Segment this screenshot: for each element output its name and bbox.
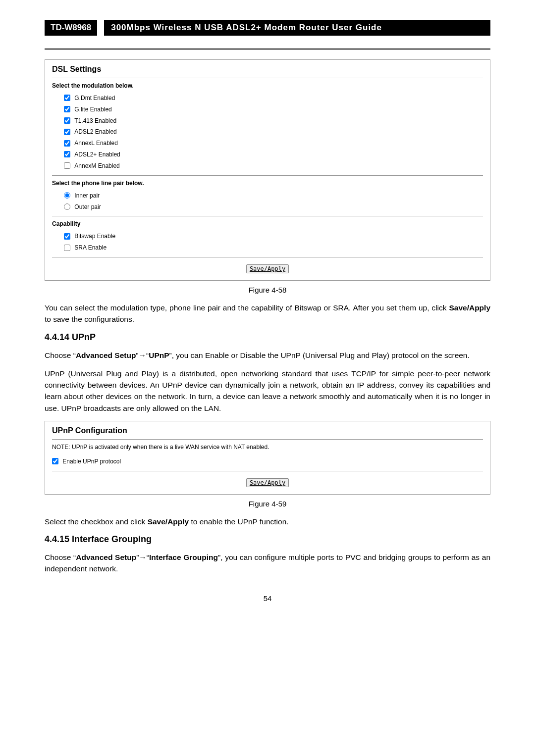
mod-t1413-checkbox[interactable] (64, 117, 70, 124)
phone-heading: Select the phone line pair below. (52, 180, 483, 187)
mod-adsl2-checkbox[interactable] (64, 129, 70, 135)
iface-choose-a: Choose “ (45, 553, 76, 561)
iface-choose-bold2: Interface Grouping (149, 553, 218, 561)
heading-upnp: 4.4.14 UPnP (45, 332, 490, 343)
divider (52, 439, 483, 440)
mod-annexm-checkbox[interactable] (64, 162, 70, 169)
para-after-459-b: to enable the UPnP function. (189, 517, 288, 526)
para-after-458: You can select the modulation type, phon… (45, 302, 490, 325)
mod-adsl2p-checkbox[interactable] (64, 151, 70, 157)
divider (52, 471, 483, 471)
mod-glite-label: G.lite Enabled (74, 106, 111, 113)
upnp-note: NOTE: UPnP is activated only when there … (52, 444, 483, 451)
mod-t1413-row: T1.413 Enabled (52, 115, 483, 126)
iface-choose-mid: ”→“ (136, 553, 149, 561)
phone-inner-radio[interactable] (64, 192, 70, 199)
mod-adsl2-row: ADSL2 Enabled (52, 126, 483, 137)
phone-inner-label: Inner pair (74, 192, 100, 199)
upnp-choose-mid: ”→“ (136, 351, 149, 359)
cap-bitswap-checkbox[interactable] (64, 233, 70, 240)
mod-glite-row: G.lite Enabled (52, 103, 483, 115)
mod-gdmt-row: G.Dmt Enabled (52, 92, 483, 103)
para-after-458-bold: Save/Apply (449, 303, 490, 312)
para-after-459: Select the checkbox and click Save/Apply… (45, 516, 490, 527)
mod-annexm-row: AnnexM Enabled (52, 160, 483, 171)
mod-annexl-row: AnnexL Enabled (52, 137, 483, 149)
upnp-enable-checkbox[interactable] (52, 458, 58, 464)
mod-glite-checkbox[interactable] (64, 106, 70, 112)
mod-adsl2p-row: ADSL2+ Enabled (52, 149, 483, 160)
divider (52, 216, 483, 216)
upnp-panel: UPnP Configuration NOTE: UPnP is activat… (45, 421, 490, 495)
mod-adsl2-label: ADSL2 Enabled (74, 128, 116, 135)
capability-heading: Capability (52, 220, 483, 227)
upnp-para: UPnP (Universal Plug and Play) is a dist… (45, 368, 490, 414)
dsl-save-button[interactable]: Save/Apply (246, 264, 289, 273)
mod-adsl2p-label: ADSL2+ Enabled (74, 151, 120, 158)
upnp-choose-b: ”, you can Enable or Disable the UPnP (U… (169, 351, 470, 359)
mod-annexl-checkbox[interactable] (64, 140, 70, 147)
upnp-choose-a: Choose “ (45, 351, 76, 359)
page-number: 54 (45, 594, 490, 603)
phone-inner-row: Inner pair (52, 190, 483, 201)
upnp-enable-label: Enable UPnP protocol (62, 458, 121, 465)
heading-interface: 4.4.15 Interface Grouping (45, 534, 490, 545)
topbar-model: TD-W8968 (45, 20, 97, 36)
dsl-settings-title: DSL Settings (52, 65, 483, 74)
dsl-settings-panel: DSL Settings Select the modulation below… (45, 59, 490, 281)
mod-gdmt-label: G.Dmt Enabled (74, 95, 115, 101)
phone-outer-row: Outer pair (52, 201, 483, 212)
mod-annexm-label: AnnexM Enabled (74, 162, 119, 169)
upnp-choose-bold1: Advanced Setup (76, 351, 136, 359)
phone-outer-radio[interactable] (64, 203, 70, 210)
figure-4-58-caption: Figure 4-58 (45, 286, 490, 294)
iface-choose-bold1: Advanced Setup (76, 553, 136, 561)
divider (52, 78, 483, 78)
mod-t1413-label: T1.413 Enabled (74, 117, 116, 124)
cap-bitswap-label: Bitswap Enable (74, 233, 115, 240)
divider (52, 257, 483, 257)
divider (52, 175, 483, 176)
phone-outer-label: Outer pair (74, 203, 101, 210)
topbar-underline (45, 49, 490, 50)
para-after-459-bold: Save/Apply (148, 517, 189, 526)
cap-bitswap-row: Bitswap Enable (52, 230, 483, 242)
para-after-458-a: You can select the modulation type, phon… (45, 303, 449, 312)
figure-4-59-caption: Figure 4-59 (45, 500, 490, 508)
upnp-choose-para: Choose “Advanced Setup”→“UPnP”, you can … (45, 350, 490, 361)
topbar: TD-W8968 300Mbps Wireless N USB ADSL2+ M… (45, 20, 490, 36)
upnp-panel-title: UPnP Configuration (52, 426, 483, 435)
upnp-choose-bold2: UPnP (149, 351, 169, 359)
upnp-save-button[interactable]: Save/Apply (246, 478, 289, 487)
cap-sra-row: SRA Enable (52, 242, 483, 253)
para-after-458-b: to save the configurations. (45, 315, 134, 323)
topbar-title: 300Mbps Wireless N USB ADSL2+ Modem Rout… (104, 20, 490, 36)
mod-gdmt-checkbox[interactable] (64, 95, 70, 101)
para-after-459-a: Select the checkbox and click (45, 517, 148, 526)
modulation-heading: Select the modulation below. (52, 82, 483, 89)
cap-sra-checkbox[interactable] (64, 245, 70, 251)
iface-choose-para: Choose “Advanced Setup”→“Interface Group… (45, 552, 490, 575)
mod-annexl-label: AnnexL Enabled (74, 140, 118, 147)
cap-sra-label: SRA Enable (74, 244, 107, 251)
